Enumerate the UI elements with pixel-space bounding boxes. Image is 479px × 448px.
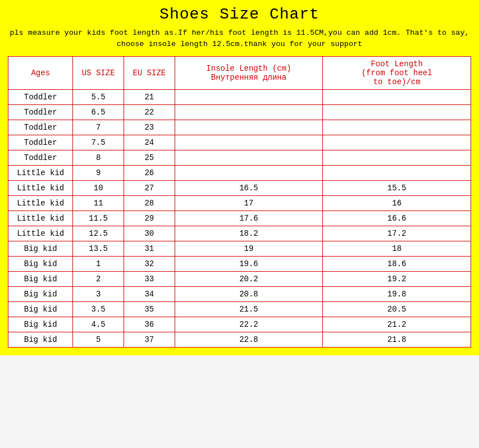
table-row: Big kid13.5311918 xyxy=(8,241,471,256)
cell-insole xyxy=(175,89,323,104)
table-body: Toddler5.521Toddler6.522Toddler723Toddle… xyxy=(8,89,471,347)
cell-eu: 29 xyxy=(124,211,175,226)
cell-us: 7.5 xyxy=(73,135,124,150)
cell-age: Big kid xyxy=(8,317,73,332)
cell-us: 8 xyxy=(73,150,124,165)
table-header-row: Ages US SIZE EU SIZE Insole Length (cm)В… xyxy=(8,56,471,89)
cell-us: 11.5 xyxy=(73,211,124,226)
page-title: Shoes Size Chart xyxy=(8,6,471,23)
cell-age: Little kid xyxy=(8,211,73,226)
cell-foot xyxy=(323,150,471,165)
cell-insole: 18.2 xyxy=(175,226,323,241)
cell-age: Little kid xyxy=(8,195,73,211)
cell-age: Big kid xyxy=(8,286,73,301)
page-wrapper: Shoes Size Chart pls measure your kids f… xyxy=(0,0,479,355)
cell-age: Big kid xyxy=(8,256,73,271)
table-row: Little kid11.52917.616.6 xyxy=(8,211,471,226)
cell-insole xyxy=(175,120,323,135)
table-row: Big kid53722.821.8 xyxy=(8,332,471,347)
cell-age: Toddler xyxy=(8,150,73,165)
table-row: Little kid102716.515.5 xyxy=(8,180,471,195)
cell-age: Big kid xyxy=(8,241,73,256)
table-row: Little kid11281716 xyxy=(8,195,471,211)
table-row: Toddler723 xyxy=(8,120,471,135)
cell-foot xyxy=(323,104,471,120)
cell-foot: 19.8 xyxy=(323,286,471,301)
cell-eu: 32 xyxy=(124,256,175,271)
cell-foot: 16 xyxy=(323,195,471,211)
cell-us: 3.5 xyxy=(73,301,124,317)
cell-eu: 35 xyxy=(124,301,175,317)
table-row: Toddler5.521 xyxy=(8,89,471,104)
cell-foot: 15.5 xyxy=(323,180,471,195)
cell-insole: 22.2 xyxy=(175,317,323,332)
cell-us: 12.5 xyxy=(73,226,124,241)
cell-insole: 16.5 xyxy=(175,180,323,195)
cell-us: 5.5 xyxy=(73,89,124,104)
cell-age: Toddler xyxy=(8,120,73,135)
cell-eu: 21 xyxy=(124,89,175,104)
cell-us: 13.5 xyxy=(73,241,124,256)
cell-foot: 21.2 xyxy=(323,317,471,332)
cell-insole: 21.5 xyxy=(175,301,323,317)
cell-foot xyxy=(323,165,471,180)
cell-us: 10 xyxy=(73,180,124,195)
cell-us: 6.5 xyxy=(73,104,124,120)
table-row: Big kid13219.618.6 xyxy=(8,256,471,271)
cell-foot: 19.2 xyxy=(323,271,471,286)
header-insole: Insole Length (cm)Внутренняя длина xyxy=(175,56,323,89)
cell-foot xyxy=(323,135,471,150)
cell-foot: 21.8 xyxy=(323,332,471,347)
cell-eu: 25 xyxy=(124,150,175,165)
cell-eu: 22 xyxy=(124,104,175,120)
cell-insole xyxy=(175,135,323,150)
table-row: Toddler6.522 xyxy=(8,104,471,120)
cell-eu: 31 xyxy=(124,241,175,256)
cell-eu: 27 xyxy=(124,180,175,195)
cell-age: Little kid xyxy=(8,226,73,241)
cell-eu: 36 xyxy=(124,317,175,332)
cell-us: 5 xyxy=(73,332,124,347)
cell-us: 1 xyxy=(73,256,124,271)
cell-eu: 34 xyxy=(124,286,175,301)
table-row: Big kid33420.819.8 xyxy=(8,286,471,301)
cell-foot: 18.6 xyxy=(323,256,471,271)
table-row: Big kid23320.219.2 xyxy=(8,271,471,286)
cell-age: Toddler xyxy=(8,89,73,104)
cell-eu: 37 xyxy=(124,332,175,347)
cell-insole: 17.6 xyxy=(175,211,323,226)
cell-insole xyxy=(175,104,323,120)
cell-us: 3 xyxy=(73,286,124,301)
table-row: Toddler7.524 xyxy=(8,135,471,150)
cell-eu: 26 xyxy=(124,165,175,180)
header-foot: Foot Length(from foot heelto toe)/cm xyxy=(323,56,471,89)
size-chart-table: Ages US SIZE EU SIZE Insole Length (cm)В… xyxy=(8,56,471,348)
page-subtitle: pls measure your kids foot length as.If … xyxy=(8,28,471,51)
cell-eu: 30 xyxy=(124,226,175,241)
cell-us: 4.5 xyxy=(73,317,124,332)
cell-foot: 17.2 xyxy=(323,226,471,241)
cell-age: Toddler xyxy=(8,104,73,120)
table-row: Big kid3.53521.520.5 xyxy=(8,301,471,317)
cell-foot: 20.5 xyxy=(323,301,471,317)
cell-insole xyxy=(175,165,323,180)
cell-us: 9 xyxy=(73,165,124,180)
header-eu: EU SIZE xyxy=(124,56,175,89)
table-row: Little kid12.53018.217.2 xyxy=(8,226,471,241)
cell-insole: 19 xyxy=(175,241,323,256)
cell-eu: 33 xyxy=(124,271,175,286)
cell-age: Little kid xyxy=(8,165,73,180)
cell-insole: 22.8 xyxy=(175,332,323,347)
cell-age: Big kid xyxy=(8,271,73,286)
table-row: Little kid926 xyxy=(8,165,471,180)
header-us: US SIZE xyxy=(73,56,124,89)
cell-eu: 24 xyxy=(124,135,175,150)
cell-age: Toddler xyxy=(8,135,73,150)
cell-age: Big kid xyxy=(8,301,73,317)
cell-insole xyxy=(175,150,323,165)
cell-eu: 23 xyxy=(124,120,175,135)
cell-eu: 28 xyxy=(124,195,175,211)
cell-age: Big kid xyxy=(8,332,73,347)
header-ages: Ages xyxy=(8,56,73,89)
cell-foot: 18 xyxy=(323,241,471,256)
